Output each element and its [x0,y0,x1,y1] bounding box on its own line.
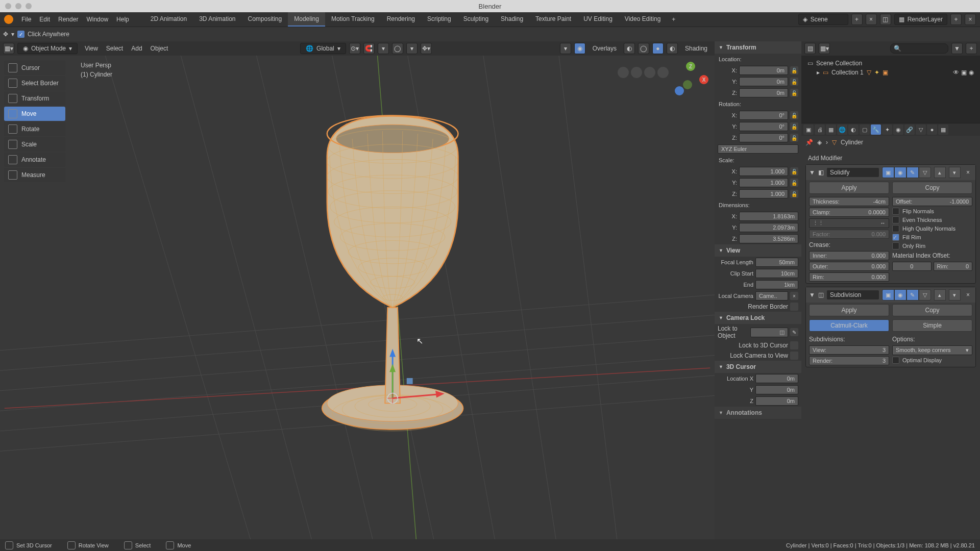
mod-editmode-toggle[interactable]: ✎ [906,167,919,178]
np-loc-y-field[interactable]: 0m [739,77,788,86]
crease-inner-field[interactable]: Inner:0.000 [809,251,889,260]
new-scene-button[interactable]: + [851,14,863,25]
npanel-camlock-header[interactable]: Camera Lock [715,312,801,324]
mod-movedown-button[interactable]: ▾ [949,289,961,300]
mod-realtime-toggle[interactable]: ◉ [894,167,906,178]
tab-render[interactable]: ▣ [803,124,814,135]
lock-icon[interactable]: 🔓 [790,89,798,97]
add-workspace-button[interactable]: + [668,14,679,25]
workspace-tab-sculpting[interactable]: Sculpting [457,12,495,27]
workspace-tab-compositing[interactable]: Compositing [242,12,288,27]
mode-selector[interactable]: ◉ Object Mode ▾ [17,43,78,54]
lock-eyedropper[interactable]: ✎ [790,328,798,336]
visibility-eye-icon[interactable]: 👁 [953,69,959,76]
mod-moveup-button[interactable]: ▴ [934,289,946,300]
v3d-menu-add[interactable]: Add [127,43,146,54]
optimal-display-checkbox[interactable]: Optimal Display [892,357,972,364]
proportional-dropdown[interactable]: ▾ [406,43,418,54]
np-dim-z-field[interactable]: 3.5286m [739,234,798,243]
mod-movedown-button[interactable]: ▾ [949,167,961,178]
np-scale-y-field[interactable]: 1.000 [739,178,788,187]
np-rot-z-field[interactable]: 0° [739,133,788,142]
pan-button[interactable] [631,67,642,78]
blender-logo-icon[interactable] [4,15,13,24]
outliner-search[interactable]: 🔍 [890,43,948,54]
menu-edit[interactable]: Edit [35,14,54,25]
zoom-button[interactable] [618,67,629,78]
menu-help[interactable]: Help [112,14,133,25]
fill-rim-checkbox[interactable]: ✓Fill Rim [892,234,972,241]
outliner-scene-collection[interactable]: ▭ Scene Collection [807,59,974,68]
flip-normals-checkbox[interactable]: Flip Normals [892,208,972,215]
crease-rim-field[interactable]: Rim:0.000 [809,272,889,282]
orientation-gizmo[interactable]: Z X [673,62,708,97]
tab-particles[interactable]: ✦ [882,124,892,135]
axis-x-icon[interactable]: X [699,75,708,84]
pin-icon[interactable]: 📌 [805,139,813,146]
lock-icon[interactable]: 🔓 [790,179,798,187]
local-camera-field[interactable]: Came.. [755,291,788,300]
lock-camview-checkbox[interactable] [790,352,798,360]
disclosure-icon[interactable]: ▼ [809,291,815,298]
outliner-new-collection[interactable]: + [966,43,977,54]
tab-mesh[interactable]: ▽ [916,124,926,135]
workspace-tab-motion-tracking[interactable]: Motion Tracking [325,12,381,27]
shading-lookdev[interactable]: ◐ [667,43,678,54]
cursor-x-field[interactable]: 0m [755,374,798,383]
hq-normals-checkbox[interactable]: High Quality Normals [892,225,972,232]
workspace-tab-video-editing[interactable]: Video Editing [619,12,667,27]
close-window-icon[interactable] [5,3,11,9]
delete-scene-button[interactable]: × [866,14,877,25]
modifier-name-field[interactable]: Solidify [827,168,879,177]
xray-toggle[interactable]: ◐ [624,43,635,54]
menu-window[interactable]: Window [82,14,112,25]
tab-object[interactable]: ▢ [860,124,870,135]
workspace-tab-rendering[interactable]: Rendering [381,12,421,27]
scene-pin-button[interactable]: ◫ [880,14,891,25]
clamp-field[interactable]: Clamp:0.0000 [809,208,889,217]
workspace-tab-3d-animation[interactable]: 3D Animation [193,12,241,27]
outliner-editor-type[interactable]: ▤ [804,43,816,54]
outliner-tree[interactable]: ▭ Scene Collection ▸ ▭ Collection 1 ▽ ✦ … [801,56,980,123]
delete-viewlayer-button[interactable]: × [965,14,976,25]
tab-constraints[interactable]: 🔗 [904,124,915,135]
menu-file[interactable]: File [17,14,35,25]
snap-toggle[interactable]: 🧲 [363,43,375,54]
mod-render-toggle[interactable]: ▣ [882,289,894,300]
tool-transform[interactable]: Transform [4,91,65,106]
crease-outer-field[interactable]: Outer:0.000 [809,262,889,271]
lock-icon[interactable]: 🔓 [790,122,798,131]
add-modifier-dropdown[interactable]: Add Modifier [805,152,976,164]
minimize-window-icon[interactable] [15,3,21,9]
axis-z-icon[interactable]: Z [686,62,695,71]
npanel-3dcursor-header[interactable]: 3D Cursor [715,361,801,373]
np-scale-z-field[interactable]: 1.000 [739,189,788,198]
workspace-tab-texture-paint[interactable]: Texture Paint [529,12,577,27]
tool-select-border[interactable]: Select Border [4,76,65,90]
v3d-menu-select[interactable]: Select [102,43,127,54]
camera-button[interactable] [644,67,655,78]
simple-button[interactable]: Simple [892,319,972,332]
overlays-dropdown[interactable]: Overlays [589,43,621,54]
clip-end-field[interactable]: 1km [755,280,798,289]
lock-object-field[interactable]: ◫ [750,328,788,337]
modifier-name-field[interactable]: Subdivision [827,290,879,299]
tab-material[interactable]: ● [927,124,937,135]
proportional-edit-toggle[interactable]: ◯ [392,43,403,54]
clip-start-field[interactable]: 10cm [755,269,798,278]
tool-scale[interactable]: Scale [4,137,65,152]
transform-orientation[interactable]: 🌐 Global ▾ [300,43,346,54]
np-dim-x-field[interactable]: 1.8163m [739,212,798,221]
outliner-display-mode[interactable]: ▦▾ [819,43,830,54]
modifier-apply-button[interactable]: Apply [809,304,889,316]
npanel-annotations-header[interactable]: Annotations [726,409,762,416]
ortho-toggle-button[interactable] [657,67,669,78]
shading-dropdown[interactable]: Shading [681,43,712,54]
v3d-menu-object[interactable]: Object [146,43,173,54]
tool-rotate[interactable]: Rotate [4,122,65,136]
mod-editmode-toggle[interactable]: ✎ [906,289,919,300]
tab-texture[interactable]: ▦ [938,124,948,135]
subdiv-render-field[interactable]: Render:3 [809,356,889,365]
mod-render-toggle[interactable]: ▣ [882,167,894,178]
lock-icon[interactable]: 🔓 [790,167,798,176]
